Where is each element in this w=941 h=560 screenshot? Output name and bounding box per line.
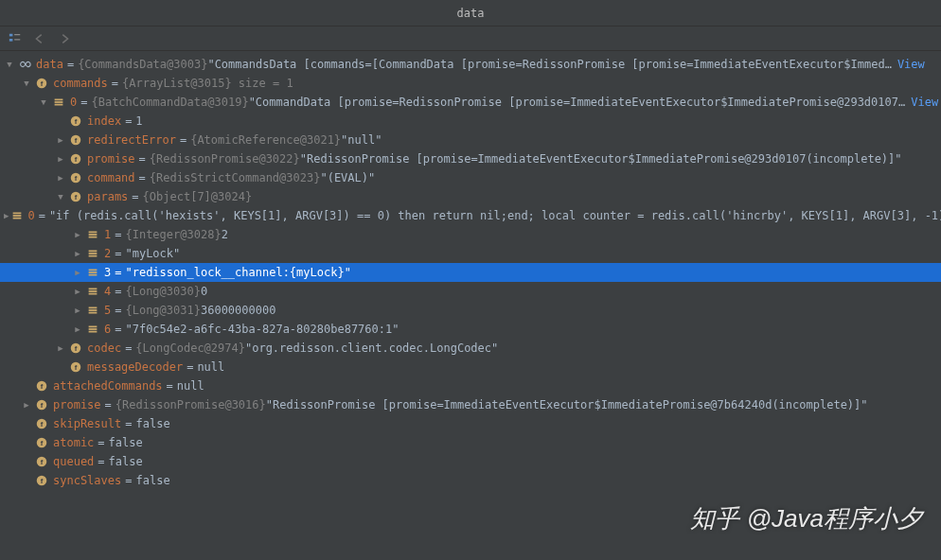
watch-root-icon (17, 57, 32, 72)
node-value: "(EVAL)" (320, 168, 375, 187)
expand-arrow-right-icon[interactable]: ▶ (4, 206, 9, 225)
nav-back-icon[interactable] (32, 31, 47, 46)
tree-settings-icon[interactable] (8, 31, 23, 46)
tree-row[interactable]: ▼fparams = {Object[7]@3024} (0, 187, 941, 206)
node-key: queued (53, 452, 94, 471)
view-link[interactable]: View (911, 93, 938, 112)
tree-row[interactable]: fskipResult = false (0, 414, 941, 433)
tree-row[interactable]: findex = 1 (0, 112, 941, 131)
node-value: "org.redisson.client.codec.LongCodec" (245, 339, 498, 358)
expand-arrow-right-icon[interactable]: ▶ (55, 131, 66, 149)
svg-rect-33 (89, 309, 98, 311)
tree-row[interactable]: ▶2 = "myLock" (0, 244, 941, 263)
equals-sign: = (105, 395, 112, 414)
svg-rect-17 (13, 213, 22, 215)
expand-arrow-down-icon[interactable]: ▼ (38, 93, 49, 112)
node-key: syncSlaves (53, 471, 121, 490)
expand-arrow-down-icon[interactable]: ▼ (4, 55, 15, 74)
field-icon: f (68, 132, 83, 148)
tree-row[interactable]: fatomic = false (0, 433, 941, 452)
svg-rect-20 (89, 232, 98, 234)
node-key: codec (87, 339, 121, 358)
expand-arrow-right-icon[interactable]: ▶ (55, 339, 66, 358)
expand-arrow-down-icon[interactable]: ▼ (21, 74, 32, 93)
tree-row[interactable]: fqueued = false (0, 452, 941, 471)
svg-rect-31 (89, 293, 98, 295)
field-icon: f (34, 454, 49, 469)
expand-arrow-down-icon[interactable]: ▼ (55, 187, 66, 206)
tree-row[interactable]: ▶5 = {Long@3031} 36000000000 (0, 301, 941, 320)
node-type: {AtomicReference@3021} (190, 131, 341, 149)
svg-rect-27 (89, 271, 98, 273)
tree-row[interactable]: ▼fcommands = {ArrayList@3015} size = 1 (0, 74, 941, 93)
expand-arrow-right-icon[interactable]: ▶ (21, 395, 32, 414)
svg-rect-18 (13, 215, 22, 217)
equals-sign: = (115, 225, 121, 244)
tree-row[interactable]: fsyncSlaves = false (0, 471, 941, 490)
tree-row[interactable]: ▼data = {CommandsData@3003} "CommandsDat… (0, 55, 941, 74)
tree-row[interactable]: ▶fpromise = {RedissonPromise@3022} "Redi… (0, 149, 941, 168)
node-value: 2 (222, 225, 228, 244)
field-icon: f (34, 76, 49, 91)
equals-sign: = (98, 452, 104, 471)
debug-tree[interactable]: ▼data = {CommandsData@3003} "CommandsDat… (0, 51, 941, 490)
tree-row[interactable]: ▶fpromise = {RedissonPromise@3016} "Redi… (0, 395, 941, 414)
field-icon: f (34, 435, 49, 450)
node-key: redirectError (87, 131, 176, 149)
array-index-icon (51, 95, 66, 110)
equals-sign: = (125, 471, 132, 490)
expand-arrow-right-icon[interactable]: ▶ (72, 301, 83, 320)
node-value: false (109, 433, 143, 452)
equals-sign: = (115, 282, 121, 301)
expand-arrow-right-icon[interactable]: ▶ (55, 168, 66, 187)
tree-row[interactable]: ▶6 = "7f0c54e2-a6fc-43ba-827a-80280be877… (0, 320, 941, 339)
svg-rect-21 (89, 234, 98, 236)
equals-sign: = (67, 55, 74, 74)
field-icon: f (68, 170, 83, 185)
field-icon: f (68, 114, 83, 129)
expand-arrow-right-icon[interactable]: ▶ (55, 149, 66, 168)
svg-rect-30 (89, 290, 98, 292)
node-key: commands (53, 74, 108, 93)
tree-row[interactable]: ▼0 = {BatchCommandData@3019} "CommandDat… (0, 93, 941, 112)
equals-sign: = (186, 358, 193, 376)
tree-row[interactable]: ▶3 = "redisson_lock__channel:{myLock}" (0, 263, 941, 282)
svg-rect-32 (89, 307, 98, 309)
equals-sign: = (98, 433, 104, 452)
svg-text:f: f (41, 79, 44, 88)
tree-row[interactable]: ▶fcommand = {RedisStrictCommand@3023} "(… (0, 168, 941, 187)
expand-arrow-right-icon[interactable]: ▶ (72, 244, 83, 263)
equals-sign: = (115, 320, 121, 339)
svg-text:f: f (75, 155, 78, 164)
svg-rect-28 (89, 274, 98, 276)
equals-sign: = (125, 112, 132, 131)
expand-arrow-right-icon[interactable]: ▶ (72, 282, 83, 301)
node-type: {Object[7]@3024} (143, 187, 253, 206)
tree-row[interactable]: fattachedCommands = null (0, 376, 941, 395)
tree-row[interactable]: ▶fredirectError = {AtomicReference@3021}… (0, 131, 941, 149)
tree-row[interactable]: ▶1 = {Integer@3028} 2 (0, 225, 941, 244)
expand-arrow-right-icon[interactable]: ▶ (72, 263, 83, 282)
field-icon: f (34, 397, 49, 412)
svg-rect-5 (55, 101, 63, 103)
field-icon: f (68, 151, 83, 166)
node-value: "7f0c54e2-a6fc-43ba-827a-80280be87760:1" (125, 320, 399, 339)
node-value: 0 (201, 282, 207, 301)
equals-sign: = (115, 263, 121, 282)
tree-row[interactable]: ▶fcodec = {LongCodec@2974} "org.redisson… (0, 339, 941, 358)
tree-row[interactable]: ▶0 = "if (redis.call('hexists', KEYS[1],… (0, 206, 941, 225)
node-value: "null" (341, 131, 382, 149)
expand-arrow-right-icon[interactable]: ▶ (72, 320, 83, 339)
node-key: 6 (104, 320, 111, 339)
tree-row[interactable]: fmessageDecoder = null (0, 358, 941, 376)
view-link[interactable]: View (897, 55, 925, 74)
field-icon: f (34, 473, 49, 488)
node-key: command (87, 168, 135, 187)
tree-row[interactable]: ▶4 = {Long@3030} 0 (0, 282, 941, 301)
expand-arrow-right-icon[interactable]: ▶ (72, 225, 83, 244)
svg-text:f: f (41, 382, 44, 391)
svg-text:f: f (75, 136, 78, 145)
nav-forward-icon[interactable] (57, 31, 72, 46)
svg-text:f: f (75, 363, 78, 372)
svg-text:f: f (75, 344, 78, 353)
